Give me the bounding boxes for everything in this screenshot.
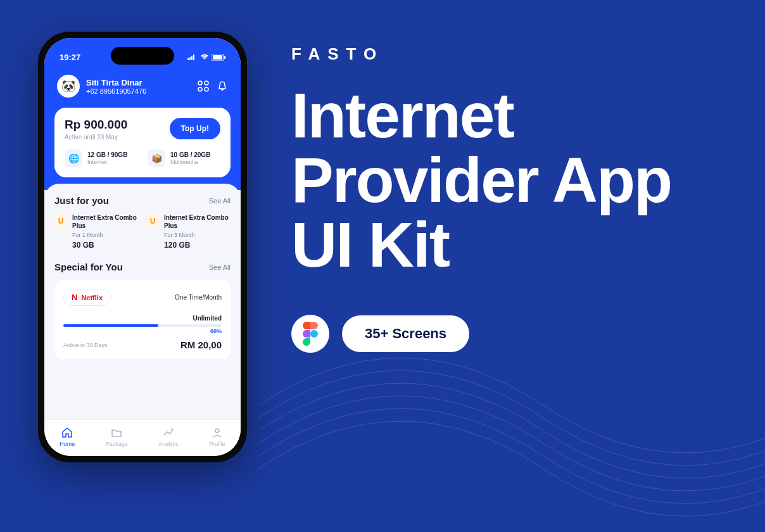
bell-icon[interactable] [217,80,228,92]
offer-size: 120 GB [164,241,231,251]
wifi-icon [200,54,209,60]
svg-rect-1 [189,57,191,60]
nav-analytic-label: Analytic [158,441,179,447]
svg-point-7 [198,81,202,85]
phone-mockup: 19:27 🐼 Siti Tirta Dinar +62 89561905747… [38,32,247,462]
netflix-label: Netflix [81,294,103,301]
svg-point-10 [205,87,208,91]
nav-profile[interactable]: Profile [209,426,225,447]
jfy-seeall[interactable]: See All [209,197,231,205]
globe-icon: 🌐 [65,149,82,167]
special-limit: Unlimited [63,315,222,322]
bottom-nav: Home Package Analytic Profile [44,419,241,456]
nav-home-label: Home [60,441,75,447]
brand-name: FASTO [291,44,727,64]
special-title: Special for You [54,262,123,272]
apps-icon[interactable] [198,80,209,92]
balance-amount: Rp 900.000 [65,118,127,132]
special-period: One Time/Month [175,294,222,301]
progress-pct: 60% [63,328,222,334]
svg-point-8 [205,81,208,85]
nav-package-label: Package [106,441,128,447]
balance-expiry: Active until 23 May [65,134,127,141]
nav-home[interactable]: Home [60,426,75,447]
offer-duration: For 1 Month [72,232,139,239]
nav-profile-label: Profile [209,441,225,447]
special-active: Active in 30 Days [63,342,108,348]
figma-icon [302,322,319,346]
home-icon [61,426,73,439]
svg-rect-6 [224,56,225,59]
internet-quota: 12 GB / 90GB [87,151,127,158]
svg-rect-2 [191,56,193,60]
progress-bar [63,324,222,327]
offer-title: Internet Extra Combo Plus [164,213,231,230]
svg-point-12 [215,429,219,433]
screens-badge: 35+ Screens [342,315,469,352]
svg-rect-0 [187,58,189,60]
avatar[interactable]: 🐼 [57,75,80,98]
app-header: 🐼 Siti Tirta Dinar +62 895619057476 [44,68,241,108]
headline: Internet Provider App UI Kit [291,83,727,277]
svg-point-13 [310,330,318,338]
svg-point-11 [171,429,173,431]
provider-icon: U [54,213,67,229]
nav-analytic[interactable]: Analytic [158,426,179,447]
profile-icon [211,426,224,439]
battery-icon [212,54,225,61]
offer-card[interactable]: U Internet Extra Combo Plus For 3 Month … [146,213,231,250]
phone-notch [111,47,174,65]
offer-duration: For 3 Month [164,232,231,239]
status-time: 19:27 [60,53,80,62]
provider-icon: U [146,213,159,229]
chart-icon [162,426,175,439]
special-card[interactable]: N Netflix One Time/Month Unlimited 60% A… [54,280,231,359]
user-name: Siti Tirta Dinar [86,78,191,87]
folder-icon [110,426,123,439]
special-seeall[interactable]: See All [209,263,231,271]
offer-title: Internet Extra Combo Plus [72,213,139,230]
svg-rect-3 [193,54,194,60]
internet-label: Internet [87,159,127,165]
svg-rect-5 [213,55,222,60]
multimedia-label: Multimedia [170,159,210,165]
balance-card: Rp 900.000 Active until 23 May Top Up! 🌐… [54,108,231,177]
topup-button[interactable]: Top Up! [170,118,220,139]
special-price: RM 20,00 [180,339,222,350]
netflix-badge: N Netflix [63,289,111,306]
nav-package[interactable]: Package [106,426,128,447]
jfy-title: Just for you [54,195,109,206]
figma-badge [291,315,329,353]
signal-icon [187,54,198,60]
netflix-icon: N [72,293,77,302]
media-icon: 📦 [148,149,165,167]
offer-size: 30 GB [72,241,139,251]
svg-point-9 [198,87,202,91]
multimedia-quota: 10 GB / 20GB [170,151,210,158]
user-phone: +62 895619057476 [86,87,191,95]
offer-card[interactable]: U Internet Extra Combo Plus For 1 Month … [54,213,139,250]
